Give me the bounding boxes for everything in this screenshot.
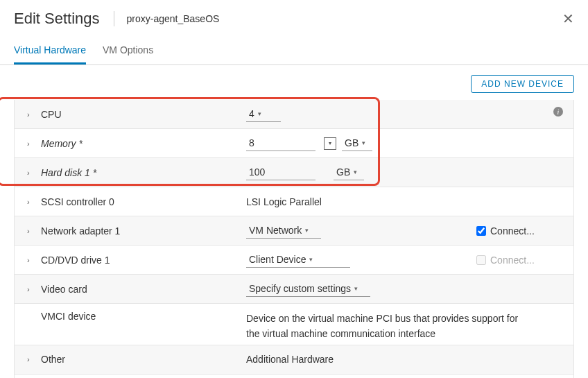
hard-disk-unit-select[interactable]: GB ▾ bbox=[334, 164, 364, 180]
other-value: Additional Hardware bbox=[246, 354, 334, 365]
chevron-right-icon[interactable]: › bbox=[27, 285, 34, 293]
tab-bar: Virtual Hardware VM Options bbox=[0, 33, 588, 65]
video-value: Specify custom settings bbox=[249, 283, 351, 294]
row-video: › Video card Specify custom settings ▾ bbox=[14, 275, 574, 304]
label-memory: Memory * bbox=[41, 138, 83, 149]
cpu-value: 4 bbox=[249, 108, 254, 119]
label-cd-dvd: CD/DVD drive 1 bbox=[41, 255, 110, 266]
label-cpu: CPU bbox=[41, 109, 62, 120]
network-connect-label: Connect... bbox=[490, 225, 535, 237]
chevron-right-icon[interactable]: › bbox=[27, 169, 34, 177]
chevron-down-icon: ▾ bbox=[309, 256, 313, 263]
row-vmci: › VMCI device Device on the virtual mach… bbox=[14, 304, 574, 345]
cd-dvd-connect-label: Connect... bbox=[490, 255, 535, 266]
label-hard-disk: Hard disk 1 * bbox=[41, 167, 96, 178]
hard-disk-input[interactable] bbox=[246, 164, 315, 180]
label-network: Network adapter 1 bbox=[41, 225, 120, 237]
dialog-title: Edit Settings bbox=[14, 10, 100, 28]
cd-dvd-value: Client Device bbox=[249, 254, 306, 265]
close-icon[interactable]: ✕ bbox=[562, 10, 574, 27]
chevron-right-icon[interactable]: › bbox=[27, 110, 34, 119]
settings-grid: i › CPU 4 ▾ › Memory * ▾ GB ▾ bbox=[0, 100, 588, 378]
label-scsi: SCSI controller 0 bbox=[41, 196, 114, 207]
chevron-down-icon: ▾ bbox=[362, 139, 365, 146]
row-cpu: › CPU 4 ▾ bbox=[14, 100, 574, 129]
row-network: › Network adapter 1 VM Network ▾ Connect… bbox=[14, 216, 574, 246]
chevron-down-icon: ▾ bbox=[354, 169, 357, 175]
network-connect-checkbox[interactable] bbox=[476, 226, 486, 236]
label-other: Other bbox=[41, 354, 65, 365]
chevron-down-icon: ▾ bbox=[258, 110, 261, 117]
info-icon[interactable]: i bbox=[553, 107, 563, 117]
chevron-right-icon[interactable]: › bbox=[27, 227, 34, 235]
network-select[interactable]: VM Network ▾ bbox=[246, 223, 321, 239]
chevron-right-icon[interactable]: › bbox=[27, 256, 34, 264]
chevron-right-icon[interactable]: › bbox=[27, 198, 34, 206]
scsi-value: LSI Logic Parallel bbox=[246, 196, 322, 207]
add-new-device-button[interactable]: ADD NEW DEVICE bbox=[471, 75, 574, 93]
network-connect-cell: Connect... bbox=[476, 225, 573, 237]
row-empty bbox=[14, 375, 574, 378]
dialog-header: Edit Settings proxy-agent_BaseOS ✕ bbox=[0, 0, 588, 33]
row-other: › Other Additional Hardware bbox=[14, 345, 574, 375]
vertical-divider bbox=[114, 11, 114, 26]
tab-vm-options[interactable]: VM Options bbox=[103, 40, 153, 65]
cpu-select[interactable]: 4 ▾ bbox=[246, 106, 281, 122]
memory-unit: GB bbox=[345, 137, 358, 148]
chevron-right-icon[interactable]: › bbox=[27, 355, 34, 363]
cd-dvd-select[interactable]: Client Device ▾ bbox=[246, 252, 350, 268]
memory-input[interactable] bbox=[246, 135, 315, 151]
chevron-down-icon: ▾ bbox=[354, 285, 358, 292]
cd-dvd-connect-checkbox bbox=[476, 255, 486, 265]
row-cd-dvd: › CD/DVD drive 1 Client Device ▾ Connect… bbox=[14, 246, 574, 275]
video-select[interactable]: Specify custom settings ▾ bbox=[246, 281, 370, 297]
row-memory: › Memory * ▾ GB ▾ bbox=[14, 129, 574, 158]
row-scsi: › SCSI controller 0 LSI Logic Parallel bbox=[14, 187, 574, 216]
vmci-value: Device on the virtual machine PCI bus th… bbox=[246, 311, 532, 342]
cd-dvd-connect-cell: Connect... bbox=[476, 255, 573, 266]
label-video: Video card bbox=[41, 284, 87, 295]
memory-unit-select[interactable]: GB ▾ bbox=[342, 135, 372, 151]
memory-stepper-icon[interactable]: ▾ bbox=[324, 137, 336, 150]
chevron-down-icon: ▾ bbox=[305, 227, 309, 234]
dialog-subtitle: proxy-agent_BaseOS bbox=[127, 13, 562, 24]
row-hard-disk: › Hard disk 1 * GB ▾ bbox=[14, 158, 574, 187]
tab-virtual-hardware[interactable]: Virtual Hardware bbox=[14, 40, 86, 65]
network-value: VM Network bbox=[249, 225, 302, 236]
label-vmci: VMCI device bbox=[41, 311, 96, 322]
hard-disk-unit: GB bbox=[336, 166, 350, 178]
chevron-right-icon[interactable]: › bbox=[27, 139, 34, 148]
action-row: ADD NEW DEVICE bbox=[0, 65, 588, 100]
